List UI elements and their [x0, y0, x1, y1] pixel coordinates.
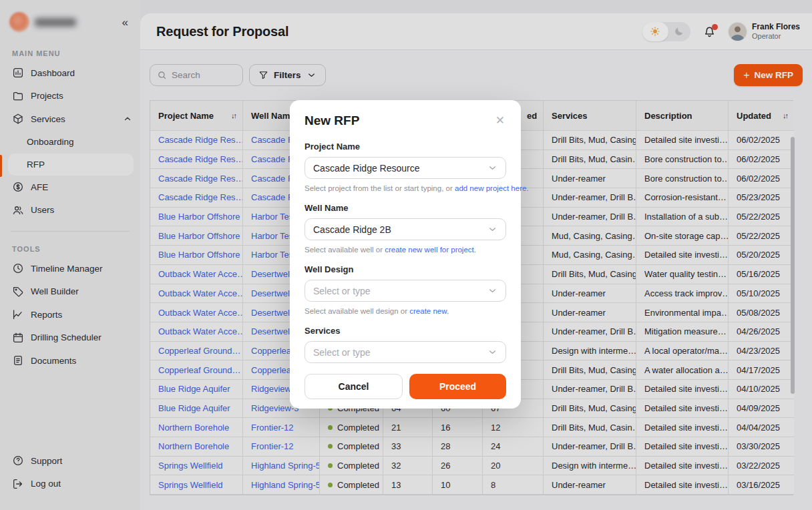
well-name-select[interactable]: Cascade Ridge 2B	[304, 218, 506, 240]
close-icon[interactable]: ✕	[494, 113, 506, 127]
field-services: ServicesSelect or type	[304, 326, 506, 363]
project-name-select[interactable]: Cascade Ridge Resource	[304, 157, 506, 179]
field-label: Services	[304, 326, 506, 336]
modal-title: New RFP	[304, 113, 359, 128]
well-design-select[interactable]: Select or type	[304, 280, 506, 302]
chevron-down-icon	[487, 163, 497, 173]
field-label: Project Name	[304, 142, 506, 152]
select-value: Select or type	[313, 347, 371, 358]
select-value: Select or type	[313, 286, 371, 296]
select-value: Cascade Ridge Resource	[313, 163, 420, 174]
field-helper: Select project from the list or start ty…	[304, 184, 506, 194]
proceed-button[interactable]: Proceed	[409, 374, 506, 399]
new-rfp-modal: New RFP ✕ Project NameCascade Ridge Reso…	[290, 100, 521, 409]
chevron-down-icon	[487, 224, 497, 234]
field-helper: Select available well design or create n…	[304, 307, 506, 316]
helper-link[interactable]: create new well for project.	[385, 246, 476, 254]
chevron-down-icon	[487, 286, 497, 296]
cancel-button[interactable]: Cancel	[304, 374, 403, 399]
chevron-down-icon	[487, 347, 497, 357]
helper-link[interactable]: create new.	[409, 307, 449, 315]
field-project-name: Project NameCascade Ridge ResourceSelect…	[304, 142, 506, 194]
field-well-design: Well DesignSelect or typeSelect availabl…	[304, 264, 506, 316]
field-label: Well Design	[304, 264, 506, 275]
select-value: Cascade Ridge 2B	[313, 224, 391, 235]
services-select[interactable]: Select or type	[304, 341, 506, 363]
helper-link[interactable]: add new project here.	[455, 184, 529, 192]
field-well-name: Well NameCascade Ridge 2BSelect availabl…	[304, 203, 506, 255]
field-helper: Select available well or create new well…	[304, 246, 506, 255]
field-label: Well Name	[304, 203, 506, 214]
